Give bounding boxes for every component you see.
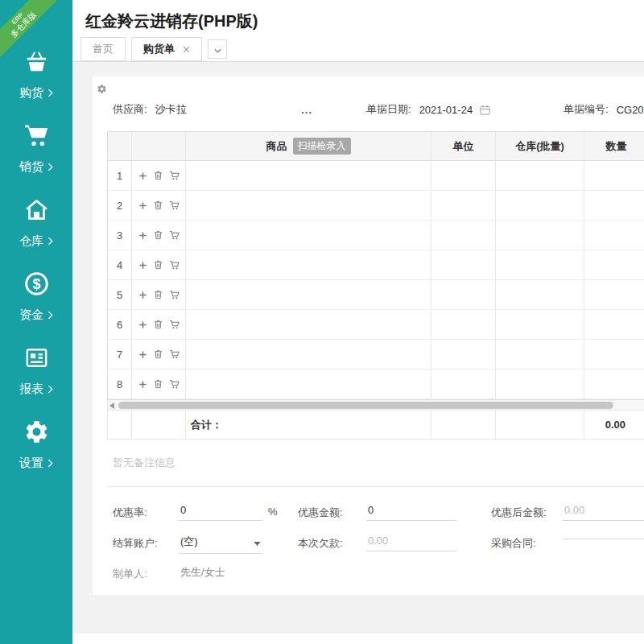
- sidebar-item-settings-label: 设置: [19, 456, 43, 471]
- date-input[interactable]: 2021-01-24: [419, 104, 473, 116]
- add-row-icon[interactable]: [138, 171, 147, 180]
- product-cell[interactable]: [186, 369, 431, 398]
- discount-amount-input[interactable]: 0: [366, 502, 456, 521]
- creator-row: 制单人: 先生/女士: [107, 561, 644, 585]
- panel-settings-icon[interactable]: [97, 83, 107, 93]
- chevron-right-icon: [47, 382, 53, 396]
- product-cell[interactable]: [186, 191, 431, 220]
- select-product-icon[interactable]: [169, 230, 180, 240]
- scrollbar-thumb[interactable]: [118, 402, 613, 409]
- after-discount-value: 0.00: [563, 502, 644, 521]
- sidebar-item-sales[interactable]: 销货: [0, 111, 72, 185]
- delete-row-icon[interactable]: [154, 200, 163, 210]
- add-row-icon[interactable]: [138, 320, 147, 329]
- chevron-right-icon: [47, 456, 53, 470]
- account-select[interactable]: (空): [179, 532, 262, 554]
- scan-gun-button[interactable]: 扫描枪录入: [293, 138, 351, 155]
- page-title: 红金羚云进销存(PHP版): [72, 0, 644, 32]
- sidebar-item-purchase[interactable]: 购货: [0, 37, 72, 111]
- product-cell[interactable]: [186, 161, 431, 190]
- product-cell[interactable]: [186, 340, 431, 369]
- row-actions: [132, 340, 186, 369]
- discount-rate-input[interactable]: 0: [179, 502, 262, 521]
- scroll-left-arrow-icon[interactable]: [109, 402, 114, 409]
- calendar-icon[interactable]: [480, 105, 490, 115]
- sidebar-item-reports[interactable]: 报表: [0, 333, 72, 407]
- qty-cell[interactable]: [584, 280, 644, 309]
- warehouse-cell[interactable]: [496, 221, 584, 250]
- supplier-input[interactable]: 沙卡拉: [155, 102, 187, 117]
- debt-label: 本次欠款:: [298, 536, 343, 551]
- select-product-icon[interactable]: [169, 320, 180, 329]
- warehouse-cell[interactable]: [496, 250, 584, 279]
- debt-value: 0.00: [366, 532, 456, 551]
- row-number: 1: [108, 161, 132, 190]
- warehouse-cell[interactable]: [496, 340, 584, 369]
- sidebar-item-funds[interactable]: $ 资金: [0, 259, 72, 333]
- contract-label: 采购合同:: [491, 536, 536, 551]
- qty-cell[interactable]: [584, 161, 644, 190]
- add-row-icon[interactable]: [138, 201, 147, 210]
- select-product-icon[interactable]: [169, 379, 180, 389]
- product-cell[interactable]: [186, 221, 431, 250]
- tab-purchase-order[interactable]: 购货单: [131, 37, 202, 61]
- qty-cell[interactable]: [584, 369, 644, 398]
- chevron-right-icon: [47, 160, 53, 174]
- qty-cell[interactable]: [584, 221, 644, 250]
- account-select-value: (空): [180, 535, 198, 549]
- warehouse-cell[interactable]: [496, 310, 584, 339]
- warehouse-cell[interactable]: [496, 280, 584, 309]
- qty-cell[interactable]: [584, 191, 644, 220]
- qty-cell[interactable]: [584, 250, 644, 279]
- row-number: 6: [108, 310, 132, 339]
- qty-cell[interactable]: [584, 310, 644, 339]
- select-product-icon[interactable]: [169, 290, 180, 299]
- add-row-icon[interactable]: [138, 380, 147, 389]
- row-actions: [132, 191, 186, 220]
- select-product-icon[interactable]: [169, 200, 180, 210]
- add-row-icon[interactable]: [138, 291, 147, 299]
- qty-cell[interactable]: [584, 340, 644, 369]
- table-row: 8: [108, 369, 644, 399]
- select-caret-icon: [254, 536, 261, 548]
- add-row-icon[interactable]: [138, 261, 147, 270]
- row-number: 7: [108, 340, 132, 369]
- supplier-more-button[interactable]: ...: [298, 104, 316, 116]
- delete-row-icon[interactable]: [154, 349, 163, 359]
- warehouse-cell[interactable]: [496, 191, 584, 220]
- sidebar-item-label: 设置: [19, 456, 53, 471]
- add-row-icon[interactable]: [138, 231, 147, 240]
- row-actions: [132, 250, 186, 279]
- delete-row-icon[interactable]: [154, 320, 163, 329]
- delete-row-icon[interactable]: [154, 171, 163, 180]
- sidebar-item-label: 仓库: [19, 233, 53, 249]
- sidebar-item-settings[interactable]: 设置: [0, 407, 72, 481]
- horizontal-scrollbar[interactable]: [107, 400, 644, 411]
- select-product-icon[interactable]: [169, 260, 180, 270]
- unit-cell: [431, 369, 496, 398]
- select-product-icon[interactable]: [169, 171, 180, 180]
- tab-home[interactable]: 首页: [80, 37, 126, 61]
- sidebar-item-label: 报表: [19, 382, 53, 397]
- select-product-icon[interactable]: [169, 349, 180, 359]
- product-cell[interactable]: [186, 250, 431, 279]
- delete-row-icon[interactable]: [154, 290, 163, 299]
- remark-input[interactable]: 暂无备注信息: [107, 456, 644, 470]
- delete-row-icon[interactable]: [154, 260, 163, 270]
- row-number: 3: [108, 221, 132, 250]
- add-row-icon[interactable]: [138, 350, 147, 359]
- supplier-field-group: 供应商: 沙卡拉 ...: [113, 99, 316, 120]
- product-cell[interactable]: [186, 280, 431, 309]
- contract-input[interactable]: [563, 532, 644, 539]
- dollar-glyph: $: [32, 275, 40, 291]
- delete-row-icon[interactable]: [154, 379, 163, 389]
- tab-list-dropdown[interactable]: [208, 39, 227, 59]
- close-tab-icon[interactable]: [183, 46, 190, 53]
- delete-row-icon[interactable]: [154, 230, 163, 240]
- row-number: 5: [108, 280, 132, 309]
- warehouse-cell[interactable]: [496, 161, 584, 190]
- chevron-down-icon: [214, 42, 221, 56]
- sidebar-item-warehouse[interactable]: 仓库: [0, 185, 72, 259]
- warehouse-cell[interactable]: [496, 369, 584, 398]
- product-cell[interactable]: [186, 310, 431, 339]
